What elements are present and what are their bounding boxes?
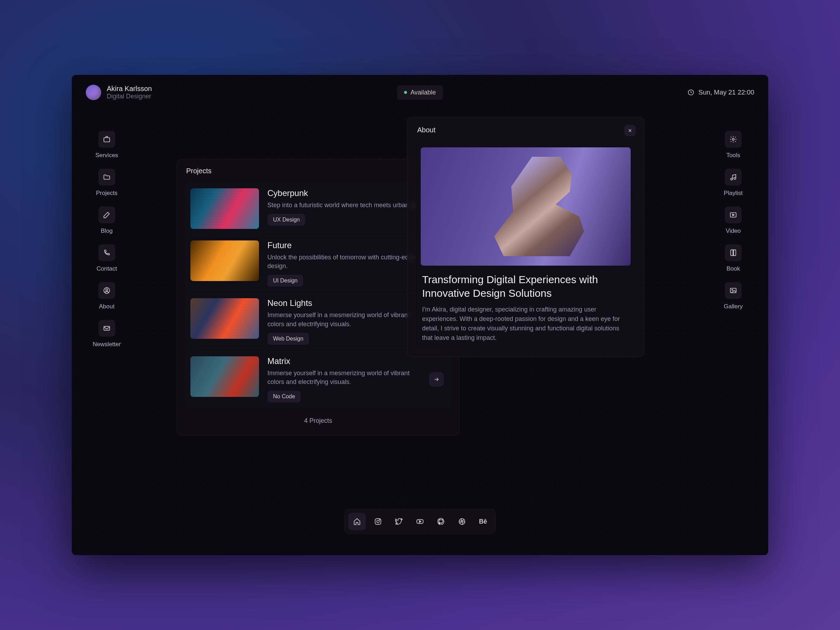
about-heading: Transforming Digital Experiences with In…	[422, 273, 629, 300]
home-icon	[353, 518, 361, 525]
nav-contact[interactable]: Contact	[96, 244, 117, 272]
instagram-icon	[374, 518, 382, 525]
nav-tools[interactable]: Tools	[725, 131, 742, 159]
profile-role: Digital Designer	[107, 93, 152, 100]
nav-label: Blog	[101, 227, 113, 235]
nav-blog[interactable]: Blog	[98, 207, 115, 235]
about-panel: About Transforming Digital Experiences w…	[407, 117, 644, 357]
dock: Bē	[344, 509, 496, 534]
status-text: Available	[411, 89, 436, 96]
project-desc: Step into a futuristic world where tech …	[267, 201, 425, 210]
nav-newsletter[interactable]: Newsletter	[93, 320, 121, 348]
svg-rect-4	[104, 327, 110, 330]
project-desc: Unlock the possibilities of tomorrow wit…	[267, 253, 425, 270]
project-title: Neon Lights	[267, 298, 425, 308]
project-thumbnail	[190, 240, 259, 281]
profile-name: Akira Karlsson	[107, 85, 152, 93]
nav-gallery[interactable]: Gallery	[724, 282, 743, 310]
nav-label: Projects	[96, 190, 117, 197]
project-item[interactable]: Matrix Immerse yourself in a mesmerizing…	[190, 352, 446, 407]
twitter-icon	[395, 518, 403, 525]
projects-count: 4 Projects	[185, 409, 452, 427]
dock-instagram[interactable]	[369, 513, 387, 530]
close-icon	[628, 128, 632, 133]
nav-projects[interactable]: Projects	[96, 169, 117, 197]
project-tag: No Code	[267, 391, 301, 403]
dribbble-icon	[458, 518, 466, 525]
dock-twitter[interactable]	[390, 513, 408, 530]
arrow-right-icon	[433, 376, 440, 382]
nav-label: Services	[95, 152, 118, 159]
about-card: Transforming Digital Experiences with In…	[416, 142, 636, 347]
project-tag: UX Design	[267, 214, 305, 226]
nav-video[interactable]: Video	[725, 207, 742, 235]
play-box-icon	[729, 211, 737, 219]
datetime: Sun, May 21 22:00	[687, 88, 755, 96]
book-icon	[729, 249, 737, 257]
user-circle-icon	[103, 287, 111, 294]
project-thumbnail	[190, 356, 259, 397]
nav-label: Newsletter	[93, 341, 121, 348]
profile[interactable]: Akira Karlsson Digital Designer	[86, 85, 152, 100]
clock-icon	[687, 89, 695, 96]
header: Akira Karlsson Digital Designer Availabl…	[72, 75, 768, 110]
about-body: I'm Akira, digital designer, specializin…	[422, 305, 629, 343]
svg-point-3	[106, 289, 108, 291]
status-pill: Available	[397, 85, 443, 100]
nav-label: Video	[726, 227, 741, 235]
youtube-icon	[416, 518, 424, 525]
mail-icon	[103, 324, 111, 332]
datetime-text: Sun, May 21 22:00	[699, 88, 755, 96]
left-nav: Services Projects Blog Contact About New…	[86, 131, 128, 348]
open-project-button[interactable]	[429, 372, 444, 387]
svg-point-13	[379, 519, 380, 520]
project-desc: Immerse yourself in a mesmerizing world …	[267, 369, 425, 387]
nav-label: Book	[726, 265, 740, 272]
briefcase-icon	[103, 136, 111, 143]
dock-home[interactable]	[348, 513, 366, 530]
nav-label: Tools	[726, 152, 740, 159]
gear-icon	[729, 136, 737, 143]
nav-label: Contact	[96, 265, 117, 272]
right-nav: Tools Playlist Video Book Gallery	[712, 131, 754, 348]
svg-rect-9	[731, 288, 736, 293]
svg-rect-1	[104, 137, 110, 142]
about-image	[421, 147, 631, 266]
pencil-icon	[103, 211, 111, 219]
project-desc: Immerse yourself in a mesmerizing world …	[267, 311, 425, 328]
phone-icon	[103, 249, 111, 257]
dock-behance[interactable]: Bē	[474, 513, 492, 530]
project-thumbnail	[190, 298, 259, 339]
image-icon	[729, 287, 737, 294]
nav-about[interactable]: About	[98, 282, 115, 310]
project-title: Future	[267, 240, 425, 250]
nav-services[interactable]: Services	[95, 131, 118, 159]
dock-youtube[interactable]	[411, 513, 429, 530]
nav-label: About	[99, 303, 114, 310]
project-title: Cyberpunk	[267, 188, 425, 198]
about-panel-title: About	[416, 126, 436, 134]
project-tag: UI Design	[267, 275, 303, 287]
status-dot-icon	[404, 91, 407, 94]
project-thumbnail	[190, 188, 259, 229]
nav-label: Gallery	[724, 303, 743, 310]
close-button[interactable]	[624, 125, 636, 136]
nav-book[interactable]: Book	[725, 244, 742, 272]
project-title: Matrix	[267, 356, 425, 366]
music-icon	[729, 173, 737, 181]
dock-dribbble[interactable]	[453, 513, 471, 530]
folder-icon	[103, 173, 111, 181]
svg-point-12	[377, 520, 379, 523]
svg-point-5	[732, 138, 734, 141]
nav-playlist[interactable]: Playlist	[724, 169, 743, 197]
dock-github[interactable]	[432, 513, 450, 530]
behance-icon: Bē	[479, 518, 487, 525]
avatar	[86, 85, 101, 100]
github-icon	[437, 518, 445, 525]
nav-label: Playlist	[724, 190, 743, 197]
svg-point-10	[732, 289, 733, 291]
project-tag: Web Design	[267, 333, 309, 345]
